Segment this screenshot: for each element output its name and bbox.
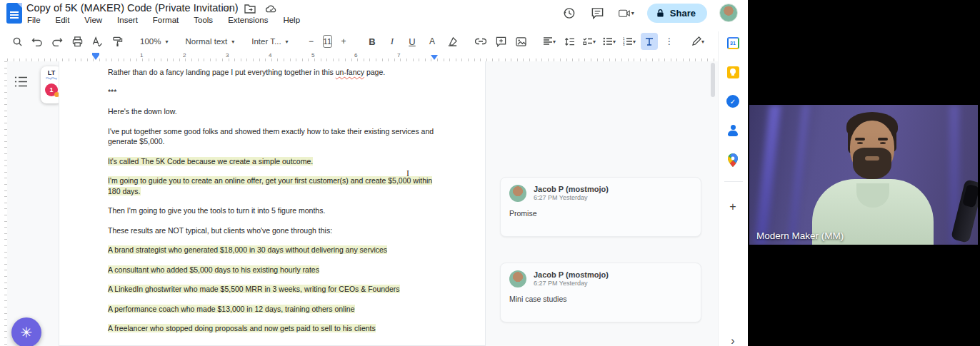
paragraph[interactable]: Here's the down low. [108, 106, 445, 117]
participant-eye [880, 142, 886, 144]
vertical-scrollbar[interactable] [711, 63, 715, 97]
paragraph[interactable]: A consultant who added $5,000 days to hi… [108, 265, 445, 275]
move-folder-icon[interactable] [244, 3, 256, 14]
insert-link-icon[interactable] [472, 33, 489, 50]
svg-text:3: 3 [623, 43, 625, 46]
numbered-list-select[interactable]: 123▾ [621, 33, 638, 50]
keep-icon[interactable] [726, 65, 740, 79]
undo-icon[interactable] [29, 33, 46, 50]
comment-body: Mini case studies [509, 295, 692, 303]
menu-item-edit[interactable]: Edit [54, 15, 71, 25]
font-family-select[interactable]: Inter T...▾ [249, 37, 291, 46]
document-page[interactable]: Rather than do a fancy landing page I pu… [59, 61, 486, 346]
spellcheck-icon[interactable] [89, 33, 106, 50]
paragraph[interactable]: Then I'm going to give you the tools to … [108, 205, 445, 216]
meet-dropdown-caret[interactable]: ▾ [631, 10, 634, 16]
paragraph[interactable]: A brand strategist who generated $18,000… [108, 245, 445, 255]
ruler-number: 5 [311, 52, 314, 58]
toolbar-more-icon[interactable]: ⋮ [661, 33, 678, 50]
comment-avatar [509, 185, 526, 202]
docs-logo-icon[interactable] [6, 3, 22, 24]
menu-item-help[interactable]: Help [281, 15, 301, 25]
editing-mode-select[interactable]: ▾ [689, 33, 706, 50]
languagetool-toggle-icon[interactable] [641, 33, 658, 50]
participant-eyebrow [855, 138, 865, 141]
italic-button[interactable]: I [384, 33, 401, 50]
bold-button[interactable]: B [364, 33, 381, 50]
insert-image-icon[interactable] [512, 33, 529, 50]
menu-bar: FileEditViewInsertFormatToolsExtensionsH… [26, 15, 301, 25]
notification-badge[interactable]: 1 [45, 83, 58, 96]
underline-button[interactable]: U [404, 33, 421, 50]
collapse-panel-icon[interactable]: › [726, 334, 740, 346]
extension-fab-button[interactable]: ✳ [11, 317, 41, 346]
paragraph[interactable]: These results are NOT typical, but clien… [108, 225, 445, 236]
comment-author: Jacob P (mostmojo) [534, 270, 609, 280]
share-button[interactable]: Share [647, 4, 707, 23]
redo-icon[interactable] [49, 33, 66, 50]
paragraph[interactable]: *** [108, 87, 445, 98]
contacts-icon[interactable] [726, 123, 740, 138]
paragraph[interactable]: I've put together some good folks and sh… [108, 126, 445, 147]
version-history-icon[interactable] [561, 6, 577, 21]
document-body[interactable]: Rather than do a fancy landing page I pu… [108, 67, 445, 343]
comments-icon[interactable] [590, 6, 606, 21]
ruler-number: 4 [269, 52, 271, 58]
account-avatar[interactable] [719, 4, 738, 22]
text-color-button[interactable]: A [424, 33, 441, 50]
paragraph[interactable]: A freelancer who stopped doing proposals… [108, 323, 445, 334]
zoom-select[interactable]: 100%▾ [137, 37, 171, 46]
ruler-number: 6 [354, 52, 357, 58]
menu-item-view[interactable]: View [83, 15, 104, 25]
line-spacing-icon[interactable] [561, 33, 578, 50]
align-select[interactable]: ▾ [541, 33, 558, 50]
comment-card[interactable]: Jacob P (mostmojo) 6:27 PM Yesterday Pro… [500, 177, 701, 237]
menu-item-insert[interactable]: Insert [116, 15, 139, 25]
menu-item-format[interactable]: Format [151, 15, 180, 25]
calendar-icon[interactable]: 31 [726, 36, 740, 50]
menu-item-file[interactable]: File [26, 15, 42, 25]
participant-beard [853, 148, 891, 179]
paint-format-icon[interactable] [109, 33, 126, 50]
print-icon[interactable] [69, 33, 86, 50]
formatting-toolbar: 100%▾ Normal text▾ Inter T...▾ − 11 + B … [0, 31, 718, 51]
highlight-color-icon[interactable] [444, 33, 461, 50]
font-size-decrease[interactable]: − [303, 33, 320, 50]
webcam-feed[interactable]: Modern Maker (MM) [749, 105, 978, 245]
background-light-streak [788, 105, 810, 245]
menu-item-extensions[interactable]: Extensions [226, 15, 269, 25]
menu-item-tools[interactable]: Tools [192, 15, 214, 25]
add-comment-icon[interactable] [492, 33, 509, 50]
text-cursor: I [406, 168, 413, 178]
ruler-number: 3 [226, 52, 229, 58]
paragraph-style-select[interactable]: Normal text▾ [182, 37, 237, 46]
paragraph[interactable]: I'm going to guide you to create an onli… [108, 175, 445, 196]
search-menus-icon[interactable] [9, 33, 26, 50]
left-indent-marker[interactable] [92, 55, 99, 60]
add-addon-icon[interactable]: + [726, 200, 740, 214]
checklist-select[interactable]: ▾ [581, 33, 598, 50]
tasks-icon[interactable]: ✓ [726, 94, 740, 108]
paragraph[interactable]: A performance coach who made $13,000 in … [108, 304, 445, 315]
right-indent-marker[interactable] [431, 55, 438, 60]
font-size-value[interactable]: 11 [323, 35, 332, 48]
horizontal-ruler[interactable]: 1234567 [7, 53, 718, 61]
bulleted-list-select[interactable]: ▾ [601, 33, 618, 50]
comment-author: Jacob P (mostmojo) [534, 185, 609, 194]
comment-card[interactable]: Jacob P (mostmojo) 6:27 PM Yesterday Min… [500, 263, 701, 322]
cloud-status-icon[interactable] [266, 3, 277, 14]
comment-avatar [509, 270, 526, 288]
document-title[interactable]: Copy of 5K (MAKER) Code (Private Invitat… [26, 2, 239, 14]
document-outline-icon[interactable] [14, 76, 30, 88]
video-call-panel: Modern Maker (MM) [748, 0, 980, 346]
vertical-ruler [0, 61, 7, 346]
paragraph[interactable]: It's called The 5K Code because we creat… [108, 156, 445, 167]
meet-video-icon[interactable]: ▾ [619, 6, 634, 21]
star-icon[interactable]: ☆ [223, 3, 234, 14]
paragraph[interactable]: Rather than do a fancy landing page I pu… [108, 67, 445, 78]
font-size-increase[interactable]: + [335, 33, 352, 50]
misspelled-word[interactable]: un-fancy [336, 68, 364, 76]
maps-icon[interactable] [726, 153, 740, 167]
paragraph[interactable]: A LinkedIn ghostwriter who made $5,500 M… [108, 284, 445, 295]
google-docs-window: Copy of 5K (MAKER) Code (Private Invitat… [0, 0, 748, 346]
